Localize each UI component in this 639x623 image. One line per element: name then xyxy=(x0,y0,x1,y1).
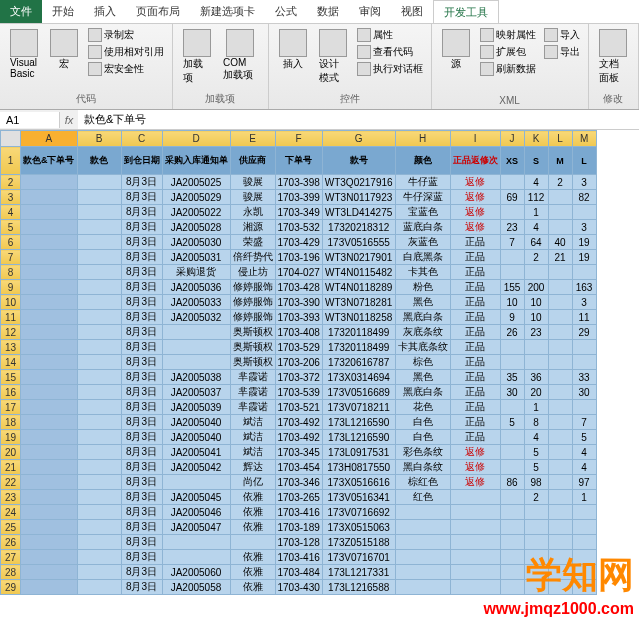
cell[interactable]: 永凯 xyxy=(230,205,275,220)
cell[interactable]: 正品 xyxy=(450,295,500,310)
cell[interactable]: 1703-416 xyxy=(275,505,322,520)
cell[interactable] xyxy=(77,175,121,190)
cell[interactable]: 倍纤势代 xyxy=(230,250,275,265)
cell[interactable]: 23 xyxy=(500,220,524,235)
cell[interactable] xyxy=(77,325,121,340)
cell[interactable] xyxy=(548,520,572,535)
cell[interactable]: 9 xyxy=(500,310,524,325)
cell[interactable]: JA2005022 xyxy=(162,205,230,220)
cell[interactable]: 3 xyxy=(572,295,596,310)
cell[interactable] xyxy=(572,265,596,280)
cell[interactable]: 黑色 xyxy=(395,295,450,310)
cell[interactable]: 173Z0515188 xyxy=(322,535,395,550)
row-header-5[interactable]: 5 xyxy=(1,220,21,235)
cell[interactable]: 1703-196 xyxy=(275,250,322,265)
cell[interactable]: JA2005033 xyxy=(162,295,230,310)
col-header-M[interactable]: M xyxy=(572,131,596,147)
cell[interactable]: 8月3日 xyxy=(121,355,162,370)
cell[interactable]: 23 xyxy=(524,325,548,340)
cell[interactable]: 奥斯顿权 xyxy=(230,340,275,355)
cell[interactable]: 斌洁 xyxy=(230,430,275,445)
col-header-C[interactable]: C xyxy=(121,131,162,147)
cell[interactable]: 1703-532 xyxy=(275,220,322,235)
cell[interactable]: WT3N0117923 xyxy=(322,190,395,205)
col-header-I[interactable]: I xyxy=(450,131,500,147)
col-header-L[interactable]: L xyxy=(548,131,572,147)
data-header[interactable]: S xyxy=(524,147,548,175)
cell[interactable]: 花色 xyxy=(395,400,450,415)
cell[interactable] xyxy=(21,370,78,385)
cell[interactable]: 4 xyxy=(524,430,548,445)
cell[interactable]: 卡其底条纹 xyxy=(395,340,450,355)
cell[interactable] xyxy=(395,520,450,535)
cell[interactable]: 骏展 xyxy=(230,175,275,190)
name-box[interactable]: A1 xyxy=(0,112,60,128)
cell[interactable] xyxy=(77,520,121,535)
cell[interactable] xyxy=(450,550,500,565)
cell[interactable] xyxy=(77,355,121,370)
tab-view[interactable]: 视图 xyxy=(391,0,433,23)
cell[interactable]: 33 xyxy=(572,370,596,385)
tab-formulas[interactable]: 公式 xyxy=(265,0,307,23)
row-header-17[interactable]: 17 xyxy=(1,400,21,415)
cell[interactable] xyxy=(21,175,78,190)
cell[interactable] xyxy=(21,385,78,400)
cell[interactable]: 返修 xyxy=(450,190,500,205)
row-header-8[interactable]: 8 xyxy=(1,265,21,280)
col-header-K[interactable]: K xyxy=(524,131,548,147)
cell[interactable] xyxy=(500,250,524,265)
cell[interactable]: 斌洁 xyxy=(230,415,275,430)
cell[interactable]: 正品 xyxy=(450,415,500,430)
cell[interactable]: 8月3日 xyxy=(121,190,162,205)
cell[interactable]: 1703-399 xyxy=(275,190,322,205)
cell[interactable]: 1 xyxy=(524,400,548,415)
cell[interactable] xyxy=(77,265,121,280)
cell[interactable] xyxy=(572,400,596,415)
cell[interactable] xyxy=(162,325,230,340)
cell[interactable] xyxy=(21,580,78,595)
cell[interactable]: 1703-398 xyxy=(275,175,322,190)
cell[interactable]: 97 xyxy=(572,475,596,490)
cell[interactable] xyxy=(500,490,524,505)
cell[interactable]: 1703-345 xyxy=(275,445,322,460)
cell[interactable]: 173V0716701 xyxy=(322,550,395,565)
cell[interactable]: WT3N0118258 xyxy=(322,310,395,325)
cell[interactable]: 正品 xyxy=(450,340,500,355)
cell[interactable] xyxy=(395,535,450,550)
cell[interactable]: 26 xyxy=(500,325,524,340)
cell[interactable]: 牛仔蓝 xyxy=(395,175,450,190)
cell[interactable] xyxy=(77,430,121,445)
select-all-corner[interactable] xyxy=(1,131,21,147)
data-header[interactable]: 颜色 xyxy=(395,147,450,175)
cell[interactable] xyxy=(500,565,524,580)
cell[interactable] xyxy=(21,295,78,310)
addins-button[interactable]: 加载项 xyxy=(179,27,215,87)
cell[interactable]: 5 xyxy=(500,415,524,430)
cell[interactable] xyxy=(500,520,524,535)
cell[interactable]: 8月3日 xyxy=(121,325,162,340)
cell[interactable] xyxy=(77,475,121,490)
cell[interactable]: JA2005046 xyxy=(162,505,230,520)
row-header-9[interactable]: 9 xyxy=(1,280,21,295)
cell[interactable] xyxy=(450,580,500,595)
cell[interactable]: 8月3日 xyxy=(121,280,162,295)
row-header-3[interactable]: 3 xyxy=(1,190,21,205)
cell[interactable] xyxy=(77,460,121,475)
cell[interactable]: JA2005041 xyxy=(162,445,230,460)
cell[interactable]: 正品 xyxy=(450,400,500,415)
cell[interactable]: 修婷服饰 xyxy=(230,310,275,325)
cell[interactable]: 正品 xyxy=(450,325,500,340)
cell[interactable] xyxy=(162,475,230,490)
cell[interactable]: 173L0917531 xyxy=(322,445,395,460)
row-header-15[interactable]: 15 xyxy=(1,370,21,385)
cell[interactable]: 正品 xyxy=(450,370,500,385)
cell[interactable]: 8 xyxy=(524,415,548,430)
cell[interactable] xyxy=(21,280,78,295)
cell[interactable]: 5 xyxy=(524,445,548,460)
doc-panel-button[interactable]: 文档面板 xyxy=(595,27,632,87)
data-header[interactable]: 到仓日期 xyxy=(121,147,162,175)
cell[interactable] xyxy=(548,550,572,565)
cell[interactable]: 1703-429 xyxy=(275,235,322,250)
cell[interactable]: 灰底条纹 xyxy=(395,325,450,340)
cell[interactable] xyxy=(77,310,121,325)
